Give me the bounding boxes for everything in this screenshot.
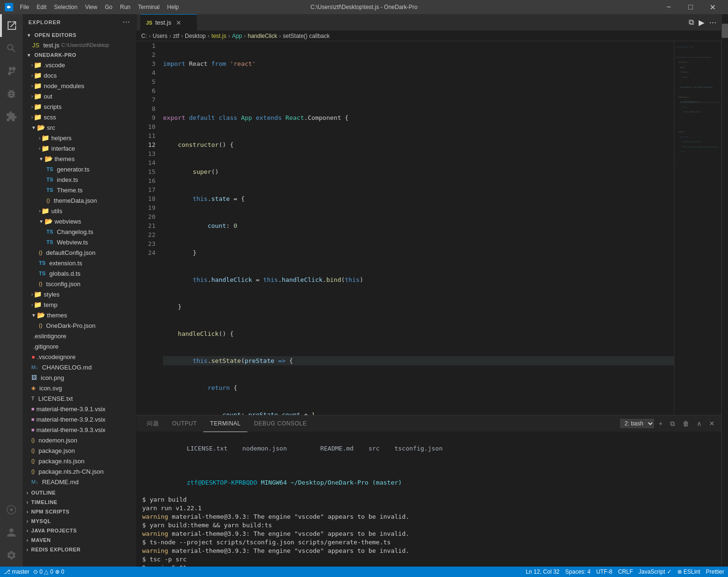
bc-c[interactable]: C: <box>141 33 147 39</box>
activity-explorer[interactable] <box>0 14 23 37</box>
panel-tab-problems[interactable]: 问题 <box>140 415 165 432</box>
sidebar-more-button[interactable]: ··· <box>123 18 130 27</box>
tree-item-defaultconfig-json[interactable]: {} defaultConfig.json <box>23 247 136 258</box>
outline-section[interactable]: › OUTLINE <box>23 489 136 496</box>
activity-extensions[interactable] <box>0 105 23 128</box>
panel-tab-terminal[interactable]: TERMINAL <box>203 415 247 432</box>
tree-item-node-modules[interactable]: › 📁 node_modules <box>23 81 136 91</box>
panel-tab-output[interactable]: OUTPUT <box>165 415 203 432</box>
tree-item-nodemon-json[interactable]: {} nodemon.json <box>23 435 136 445</box>
tree-item-changelog-ts[interactable]: TS Changelog.ts <box>23 226 136 237</box>
kill-terminal-button[interactable]: 🗑 <box>680 419 692 428</box>
cursor-position-status[interactable]: Ln 12, Col 32 <box>526 568 559 575</box>
menu-file[interactable]: File <box>17 3 32 11</box>
panel-close-button[interactable]: ✕ <box>706 419 718 428</box>
tree-item-vscode[interactable]: › 📁 .vscode <box>23 60 136 70</box>
activity-search[interactable] <box>0 37 23 60</box>
menu-run[interactable]: Run <box>117 3 133 11</box>
activity-debug[interactable] <box>0 82 23 105</box>
split-terminal-button[interactable]: ⧉ <box>667 419 678 429</box>
terminal[interactable]: LICENSE.txt nodemon.json README.md src t… <box>136 432 721 567</box>
tree-item-themedata-json[interactable]: {} themeData.json <box>23 195 136 206</box>
spaces-status[interactable]: Spaces: 4 <box>565 568 591 575</box>
bc-handleclick[interactable]: handleClick <box>248 33 277 39</box>
language-status[interactable]: JavaScript ✓ <box>638 568 671 575</box>
tree-item-icon-svg[interactable]: ◈ icon.svg <box>23 383 136 393</box>
timeline-section[interactable]: › TIMELINE <box>23 498 136 506</box>
tree-item-out[interactable]: › 📁 out <box>23 91 136 101</box>
tree-item-scss[interactable]: › 📁 scss <box>23 112 136 122</box>
activity-remote[interactable] <box>0 498 23 521</box>
bc-app[interactable]: App <box>232 33 242 39</box>
maven-section[interactable]: › MAVEN <box>23 536 136 544</box>
close-button[interactable]: ✕ <box>701 0 723 14</box>
menu-terminal[interactable]: Terminal <box>135 3 162 11</box>
tree-item-package-nls-zh-json[interactable]: {} package.nls.zh-CN.json <box>23 466 136 477</box>
tree-item-onedark-pro-json[interactable]: {} OneDark-Pro.json <box>23 320 136 331</box>
menu-help[interactable]: Help <box>164 3 182 11</box>
menu-go[interactable]: Go <box>102 3 115 11</box>
project-section[interactable]: ▼ ONEDARK-PRO <box>23 50 136 60</box>
tree-item-tsconfig-json[interactable]: {} tsconfig.json <box>23 279 136 289</box>
bc-users[interactable]: Users <box>153 33 167 39</box>
bc-file[interactable]: test.js <box>211 33 226 39</box>
code-editor[interactable]: import React from 'react' export default… <box>159 41 674 415</box>
activity-source-control[interactable] <box>0 60 23 82</box>
git-branch-status[interactable]: ⎇ master <box>4 568 29 575</box>
maximize-button[interactable]: □ <box>680 0 701 14</box>
bc-setstate[interactable]: setState() callback <box>283 33 330 39</box>
npm-scripts-section[interactable]: › NPM SCRIPTS <box>23 508 136 515</box>
tree-item-license-txt[interactable]: T LICENSE.txt <box>23 393 136 404</box>
tree-item-package-nls-json[interactable]: {} package.nls.json <box>23 456 136 466</box>
minimize-button[interactable]: − <box>658 0 680 14</box>
menu-selection[interactable]: Selection <box>51 3 80 11</box>
tree-item-extension-ts[interactable]: TS extension.ts <box>23 258 136 268</box>
tree-item-gitignore[interactable]: .gitignore <box>23 341 136 352</box>
tree-item-src[interactable]: ▼ 📂 src <box>23 122 136 133</box>
encoding-status[interactable]: UTF-8 <box>596 568 612 575</box>
open-editor-item[interactable]: JS test.js C:\Users\ztf\Desktop <box>23 40 136 50</box>
eslint-status[interactable]: ⊗ ESLint <box>677 568 701 575</box>
line-endings-status[interactable]: CRLF <box>618 568 633 575</box>
open-editors-section[interactable]: ▼ OPEN EDITORS <box>23 30 136 40</box>
tree-item-vscodeignore[interactable]: ● .vscodeignore <box>23 352 136 362</box>
tree-item-package-json[interactable]: {} package.json <box>23 445 136 456</box>
tab-test-js[interactable]: JS test.js ✕ <box>140 14 197 31</box>
tree-item-vsix2[interactable]: ■ material-theme-3.9.2.vsix <box>23 414 136 424</box>
bc-ztf[interactable]: ztf <box>173 33 179 39</box>
scrollbar-thumb[interactable] <box>722 24 728 38</box>
panel-tab-debug[interactable]: DEBUG CONSOLE <box>247 415 313 432</box>
add-terminal-button[interactable]: + <box>656 419 665 428</box>
tree-item-temp[interactable]: › 📁 temp <box>23 299 136 310</box>
split-editor-icon[interactable]: ⧉ <box>688 17 695 27</box>
tree-item-generator-ts[interactable]: TS generator.ts <box>23 164 136 174</box>
tree-item-vsix3[interactable]: ■ material-theme-3.9.3.vsix <box>23 424 136 435</box>
tree-item-icon-png[interactable]: 🖼 icon.png <box>23 372 136 383</box>
tree-item-helpers[interactable]: › 📁 helpers <box>23 133 136 143</box>
activity-settings[interactable] <box>0 544 23 567</box>
tree-item-theme-ts[interactable]: TS Theme.ts <box>23 185 136 195</box>
prettier-status[interactable]: Prettier <box>706 568 724 575</box>
tree-item-webviews[interactable]: ▼ 📂 webviews <box>23 216 136 226</box>
tree-item-src-themes[interactable]: ▼ 📂 themes <box>23 153 136 164</box>
tree-item-index-ts[interactable]: TS index.ts <box>23 174 136 185</box>
tree-item-eslintignore[interactable]: .eslintignore <box>23 331 136 341</box>
tree-item-scripts[interactable]: › 📁 scripts <box>23 101 136 112</box>
mysql-section[interactable]: › MYSQL <box>23 517 136 525</box>
tree-item-docs[interactable]: › 📁 docs <box>23 70 136 81</box>
more-actions-icon[interactable]: ⋯ <box>708 17 718 28</box>
tree-item-webview-ts[interactable]: TS Webview.ts <box>23 237 136 247</box>
tree-item-root-themes[interactable]: ▼ 📂 themes <box>23 310 136 320</box>
menu-view[interactable]: View <box>82 3 100 11</box>
tree-item-interface[interactable]: › 📁 interface <box>23 143 136 153</box>
redis-explorer-section[interactable]: › REDIS EXPLORER <box>23 546 136 553</box>
menu-edit[interactable]: Edit <box>34 3 49 11</box>
bc-desktop[interactable]: Desktop <box>185 33 206 39</box>
tree-item-globals-dts[interactable]: TS globals.d.ts <box>23 268 136 279</box>
run-code-icon[interactable]: ▶ <box>698 17 705 28</box>
errors-warnings-status[interactable]: ⊙ 0 △ 0 ⊗ 0 <box>33 568 64 575</box>
java-projects-section[interactable]: › JAVA PROJECTS <box>23 527 136 534</box>
tree-item-changelog-md[interactable]: M↓ CHANGELOG.md <box>23 362 136 372</box>
tree-item-utils[interactable]: › 📁 utils <box>23 206 136 216</box>
activity-accounts[interactable] <box>0 521 23 544</box>
